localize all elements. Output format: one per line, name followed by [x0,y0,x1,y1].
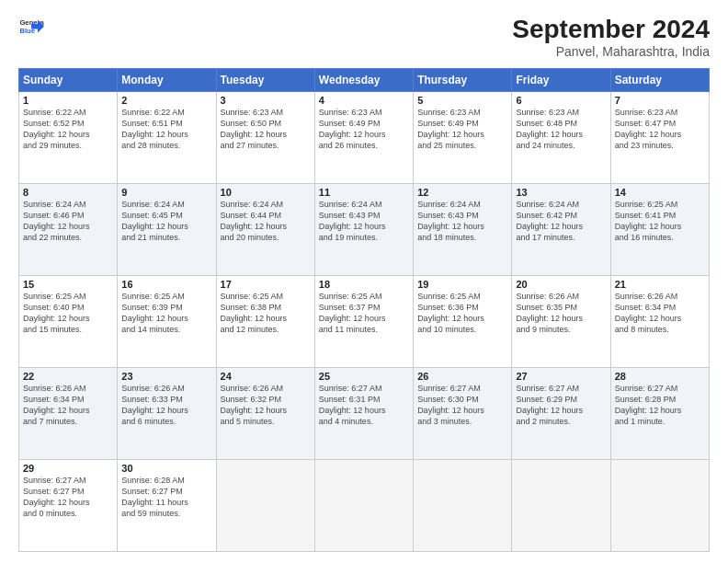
day-info: Sunrise: 6:27 AM Sunset: 6:31 PM Dayligh… [319,383,409,428]
logo: General Blue [18,15,44,40]
day-number: 26 [417,371,507,382]
calendar-cell [610,460,709,552]
calendar-row-4: 22Sunrise: 6:26 AM Sunset: 6:34 PM Dayli… [19,368,710,460]
day-info: Sunrise: 6:24 AM Sunset: 6:42 PM Dayligh… [516,199,606,244]
calendar-cell [512,460,610,552]
day-number: 4 [319,95,409,106]
day-number: 5 [417,95,507,106]
day-info: Sunrise: 6:24 AM Sunset: 6:44 PM Dayligh… [221,199,311,244]
day-info: Sunrise: 6:25 AM Sunset: 6:39 PM Dayligh… [121,291,211,336]
day-info: Sunrise: 6:27 AM Sunset: 6:27 PM Dayligh… [23,475,113,520]
day-number: 18 [319,279,409,290]
calendar-cell: 6Sunrise: 6:23 AM Sunset: 6:48 PM Daylig… [512,92,610,184]
col-thursday: Thursday [414,69,512,92]
calendar-cell: 4Sunrise: 6:23 AM Sunset: 6:49 PM Daylig… [314,92,413,184]
day-info: Sunrise: 6:27 AM Sunset: 6:28 PM Dayligh… [615,383,705,428]
calendar-cell: 22Sunrise: 6:26 AM Sunset: 6:34 PM Dayli… [19,368,118,460]
calendar-cell: 12Sunrise: 6:24 AM Sunset: 6:43 PM Dayli… [414,184,512,276]
calendar-cell: 9Sunrise: 6:24 AM Sunset: 6:45 PM Daylig… [118,184,216,276]
day-info: Sunrise: 6:23 AM Sunset: 6:47 PM Dayligh… [615,107,705,152]
title-block: September 2024 Panvel, Maharashtra, Indi… [512,15,710,59]
day-info: Sunrise: 6:26 AM Sunset: 6:33 PM Dayligh… [121,383,211,428]
day-info: Sunrise: 6:25 AM Sunset: 6:36 PM Dayligh… [417,291,507,336]
day-number: 16 [121,279,211,290]
day-info: Sunrise: 6:23 AM Sunset: 6:50 PM Dayligh… [221,107,311,152]
location-subtitle: Panvel, Maharashtra, India [512,44,710,59]
calendar-row-1: 1Sunrise: 6:22 AM Sunset: 6:52 PM Daylig… [19,92,710,184]
day-info: Sunrise: 6:25 AM Sunset: 6:38 PM Dayligh… [221,291,311,336]
calendar-cell: 28Sunrise: 6:27 AM Sunset: 6:28 PM Dayli… [610,368,709,460]
calendar-cell: 5Sunrise: 6:23 AM Sunset: 6:49 PM Daylig… [414,92,512,184]
day-info: Sunrise: 6:26 AM Sunset: 6:32 PM Dayligh… [221,383,311,428]
page: General Blue September 2024 Panvel, Maha… [0,0,728,563]
calendar-cell [216,460,314,552]
day-info: Sunrise: 6:26 AM Sunset: 6:35 PM Dayligh… [516,291,606,336]
day-number: 8 [23,187,113,198]
calendar-cell: 29Sunrise: 6:27 AM Sunset: 6:27 PM Dayli… [19,460,118,552]
day-info: Sunrise: 6:28 AM Sunset: 6:27 PM Dayligh… [121,475,211,520]
day-info: Sunrise: 6:24 AM Sunset: 6:43 PM Dayligh… [319,199,409,244]
calendar-cell: 17Sunrise: 6:25 AM Sunset: 6:38 PM Dayli… [216,276,314,368]
calendar-cell [414,460,512,552]
day-number: 6 [516,95,606,106]
day-info: Sunrise: 6:24 AM Sunset: 6:45 PM Dayligh… [121,199,211,244]
day-info: Sunrise: 6:23 AM Sunset: 6:49 PM Dayligh… [417,107,507,152]
day-number: 23 [121,371,211,382]
calendar-cell: 8Sunrise: 6:24 AM Sunset: 6:46 PM Daylig… [19,184,118,276]
calendar-cell: 11Sunrise: 6:24 AM Sunset: 6:43 PM Dayli… [314,184,413,276]
calendar-cell: 2Sunrise: 6:22 AM Sunset: 6:51 PM Daylig… [118,92,216,184]
calendar-cell: 19Sunrise: 6:25 AM Sunset: 6:36 PM Dayli… [414,276,512,368]
day-number: 27 [516,371,606,382]
day-number: 7 [615,95,705,106]
calendar-header-row: Sunday Monday Tuesday Wednesday Thursday… [19,69,710,92]
calendar-cell: 26Sunrise: 6:27 AM Sunset: 6:30 PM Dayli… [414,368,512,460]
calendar-cell: 10Sunrise: 6:24 AM Sunset: 6:44 PM Dayli… [216,184,314,276]
calendar-cell: 27Sunrise: 6:27 AM Sunset: 6:29 PM Dayli… [512,368,610,460]
day-number: 10 [221,187,311,198]
calendar-row-3: 15Sunrise: 6:25 AM Sunset: 6:40 PM Dayli… [19,276,710,368]
day-number: 25 [319,371,409,382]
day-info: Sunrise: 6:25 AM Sunset: 6:40 PM Dayligh… [23,291,113,336]
calendar-table: Sunday Monday Tuesday Wednesday Thursday… [18,68,710,552]
day-number: 2 [121,95,211,106]
day-number: 11 [319,187,409,198]
day-number: 24 [221,371,311,382]
calendar-cell: 21Sunrise: 6:26 AM Sunset: 6:34 PM Dayli… [610,276,709,368]
day-number: 13 [516,187,606,198]
day-info: Sunrise: 6:24 AM Sunset: 6:46 PM Dayligh… [23,199,113,244]
calendar-cell: 3Sunrise: 6:23 AM Sunset: 6:50 PM Daylig… [216,92,314,184]
calendar-row-5: 29Sunrise: 6:27 AM Sunset: 6:27 PM Dayli… [19,460,710,552]
day-info: Sunrise: 6:22 AM Sunset: 6:52 PM Dayligh… [23,107,113,152]
calendar-cell: 14Sunrise: 6:25 AM Sunset: 6:41 PM Dayli… [610,184,709,276]
calendar-cell: 24Sunrise: 6:26 AM Sunset: 6:32 PM Dayli… [216,368,314,460]
calendar-cell: 13Sunrise: 6:24 AM Sunset: 6:42 PM Dayli… [512,184,610,276]
col-friday: Friday [512,69,610,92]
day-number: 30 [121,463,211,474]
day-number: 28 [615,371,705,382]
day-number: 12 [417,187,507,198]
day-number: 15 [23,279,113,290]
header: General Blue September 2024 Panvel, Maha… [18,15,710,59]
day-number: 19 [417,279,507,290]
day-info: Sunrise: 6:22 AM Sunset: 6:51 PM Dayligh… [121,107,211,152]
calendar-cell: 25Sunrise: 6:27 AM Sunset: 6:31 PM Dayli… [314,368,413,460]
day-number: 20 [516,279,606,290]
col-sunday: Sunday [19,69,118,92]
day-number: 21 [615,279,705,290]
day-number: 22 [23,371,113,382]
col-wednesday: Wednesday [314,69,413,92]
day-number: 1 [23,95,113,106]
calendar-cell: 20Sunrise: 6:26 AM Sunset: 6:35 PM Dayli… [512,276,610,368]
day-info: Sunrise: 6:27 AM Sunset: 6:30 PM Dayligh… [417,383,507,428]
calendar-cell: 23Sunrise: 6:26 AM Sunset: 6:33 PM Dayli… [118,368,216,460]
day-number: 17 [221,279,311,290]
col-saturday: Saturday [610,69,709,92]
calendar-cell [314,460,413,552]
col-monday: Monday [118,69,216,92]
day-info: Sunrise: 6:27 AM Sunset: 6:29 PM Dayligh… [516,383,606,428]
calendar-cell: 15Sunrise: 6:25 AM Sunset: 6:40 PM Dayli… [19,276,118,368]
calendar-row-2: 8Sunrise: 6:24 AM Sunset: 6:46 PM Daylig… [19,184,710,276]
day-number: 3 [221,95,311,106]
calendar-cell: 1Sunrise: 6:22 AM Sunset: 6:52 PM Daylig… [19,92,118,184]
day-info: Sunrise: 6:26 AM Sunset: 6:34 PM Dayligh… [23,383,113,428]
